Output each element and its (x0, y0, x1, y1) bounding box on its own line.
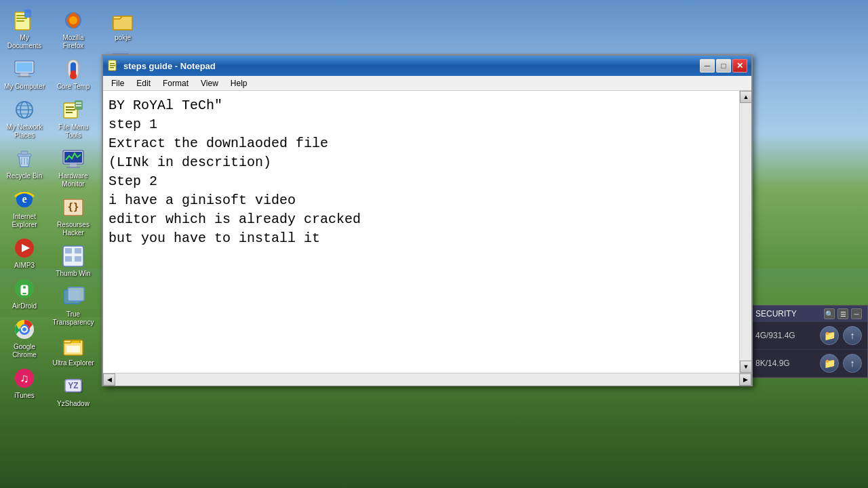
svg-rect-83 (110, 65, 115, 66)
svg-text:YZ: YZ (68, 381, 78, 390)
icon-aimp3[interactable]: AIMP3 (0, 233, 49, 272)
chrome-icon (12, 317, 37, 342)
svg-rect-56 (65, 248, 72, 253)
svg-text:{}: {} (68, 201, 79, 212)
aimp3-label: AIMP3 (14, 262, 35, 270)
thumb-win-icon (61, 244, 85, 268)
icon-itunes[interactable]: ♫ iTunes (0, 363, 49, 403)
svg-point-34 (69, 16, 77, 24)
icon-google-chrome[interactable]: Google Chrome (0, 314, 49, 362)
maximize-button[interactable]: □ (716, 59, 731, 73)
icon-airdroid[interactable]: AirDroid (0, 274, 49, 313)
icon-my-network-places[interactable]: My Network Places (0, 95, 49, 142)
svg-rect-7 (20, 73, 28, 76)
security-panel: SECURITY 🔍 ☰ ─ 4G/931.4G 📁 ↑ 8K/14.9G 📁 … (749, 305, 868, 378)
svg-point-26 (23, 286, 26, 289)
true-transparency-label: True Transparency (52, 310, 95, 327)
security-action-btn-up[interactable]: ↑ (843, 326, 862, 345)
security-action-btn-folder[interactable]: 📁 (820, 326, 839, 345)
scroll-left-button[interactable]: ◀ (103, 373, 115, 386)
security-title: SECURITY (755, 309, 797, 319)
itunes-icon: ♫ (12, 366, 37, 390)
svg-rect-63 (66, 346, 80, 352)
icon-internet-explorer[interactable]: e Internet Explorer (0, 184, 49, 232)
firefox-icon (61, 8, 85, 33)
scroll-up-button[interactable]: ▲ (740, 91, 751, 103)
svg-rect-1 (16, 15, 26, 16)
svg-rect-6 (16, 62, 33, 72)
true-transparency-icon (61, 285, 85, 309)
hardware-monitor-icon (61, 146, 85, 171)
desktop: My Documents My Computer (0, 0, 868, 488)
menu-help[interactable]: Help (225, 77, 253, 89)
icon-ultra-explorer[interactable]: Ultra Explorer (49, 331, 98, 370)
icon-mozilla-firefox[interactable]: Mozilla Firefox (49, 5, 98, 53)
core-temp-label: Core Temp (57, 83, 90, 91)
titlebar-buttons: ─ □ ✕ (700, 59, 747, 73)
pokje-label: pokje (115, 34, 131, 42)
yz-shadow-label: YzShadow (57, 400, 90, 408)
svg-rect-61 (68, 287, 84, 301)
svg-rect-51 (70, 164, 77, 167)
ie-label: Internet Explorer (3, 213, 46, 229)
notepad-window: steps guide - Notepad ─ □ ✕ File Edit Fo… (102, 54, 753, 386)
file-menu-tools-label: File Menu Tools (52, 123, 95, 140)
icon-core-temp[interactable]: Core Temp (49, 54, 98, 94)
notepad-content-area: BY RoYAl TeCh" step 1 Extract the downla… (103, 91, 751, 373)
icon-thumb-win[interactable]: Thumb Win (49, 241, 98, 281)
my-computer-icon (12, 57, 37, 81)
scroll-down-button[interactable]: ▼ (740, 361, 751, 373)
yz-shadow-icon: YZ (61, 374, 85, 399)
minimize-button[interactable]: ─ (700, 59, 715, 73)
svg-text:♫: ♫ (20, 371, 29, 385)
security-minimize-btn[interactable]: ─ (851, 308, 862, 319)
my-documents-icon (12, 8, 37, 33)
ultra-explorer-label: Ultra Explorer (52, 359, 94, 367)
airdroid-label: AirDroid (12, 302, 37, 310)
security-row-1: 4G/931.4G 📁 ↑ (750, 322, 867, 350)
icon-my-computer[interactable]: My Computer (0, 54, 49, 94)
svg-rect-25 (22, 293, 26, 294)
notepad-title: steps guide - Notepad (123, 61, 696, 71)
svg-point-38 (70, 73, 77, 79)
svg-rect-45 (66, 112, 73, 113)
security-action-btn-folder-2[interactable]: 📁 (820, 354, 839, 373)
svg-rect-46 (75, 100, 83, 110)
notepad-textarea[interactable]: BY RoYAl TeCh" step 1 Extract the downla… (103, 91, 739, 373)
svg-point-30 (22, 327, 26, 331)
menu-edit[interactable]: Edit (131, 77, 156, 89)
security-menu-btn[interactable]: ☰ (837, 308, 848, 319)
my-network-icon (12, 98, 37, 122)
firefox-label: Mozilla Firefox (52, 34, 95, 50)
icon-file-menu-tools[interactable]: File Menu Tools (49, 95, 98, 142)
icon-recycle-bin[interactable]: Recycle Bin (0, 144, 49, 183)
svg-rect-58 (65, 256, 72, 262)
recycle-bin-label: Recycle Bin (7, 172, 43, 180)
menu-format[interactable]: Format (157, 77, 194, 89)
svg-rect-84 (110, 67, 114, 68)
security-value-2: 8K/14.9G (755, 359, 790, 368)
resources-hacker-icon: {} (61, 195, 85, 220)
notepad-scrollbar: ▲ ▼ (739, 91, 751, 373)
menu-view[interactable]: View (195, 77, 224, 89)
notepad-menubar: File Edit Format View Help (103, 76, 751, 91)
menu-file[interactable]: File (106, 77, 130, 89)
svg-rect-4 (24, 9, 31, 18)
icon-pokje[interactable]: pokje (98, 5, 147, 45)
scroll-track (740, 103, 751, 361)
scroll-right-button[interactable]: ▶ (739, 373, 751, 386)
hardware-monitor-label: Hardware Monitor (52, 172, 95, 188)
file-menu-tools-icon (61, 98, 85, 122)
svg-text:e: e (22, 193, 26, 205)
security-action-btn-up-2[interactable]: ↑ (843, 354, 862, 373)
icon-true-transparency[interactable]: True Transparency (49, 282, 98, 329)
my-network-label: My Network Places (3, 123, 46, 140)
notepad-hscrollbar: ◀ ▶ (103, 373, 751, 385)
security-search-btn[interactable]: 🔍 (824, 308, 835, 319)
icon-hardware-monitor[interactable]: Hardware Monitor (49, 144, 98, 191)
close-button[interactable]: ✕ (732, 59, 747, 73)
icon-my-documents[interactable]: My Documents (0, 5, 49, 53)
icon-resources-hacker[interactable]: {} Resourses Hacker (49, 192, 98, 240)
icon-yz-shadow[interactable]: YZ YzShadow (49, 371, 98, 411)
svg-rect-52 (66, 167, 80, 168)
